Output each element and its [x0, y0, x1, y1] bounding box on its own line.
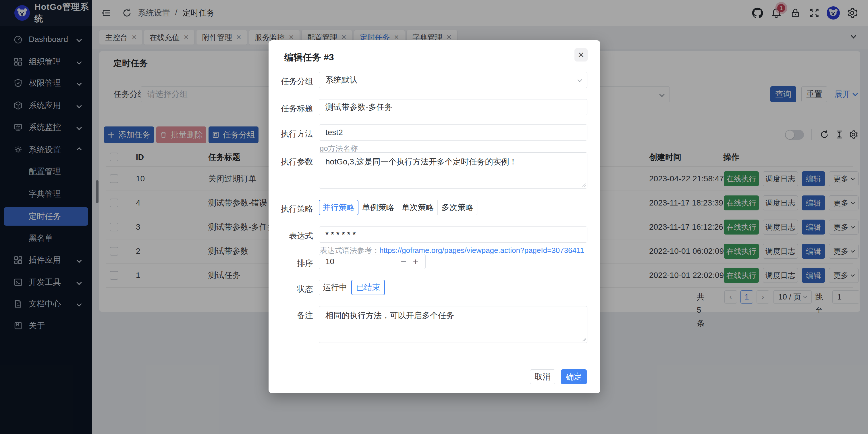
sort-value: 10: [326, 257, 334, 266]
resize-handle-icon[interactable]: [581, 182, 586, 187]
task-title-value: 测试带参数-多任务: [326, 102, 392, 113]
field-label-params: 执行参数: [269, 156, 313, 167]
status-finished-radio[interactable]: 已结束: [351, 280, 385, 295]
field-label-title: 任务标题: [269, 103, 313, 114]
decrement-button[interactable]: −: [401, 254, 406, 269]
chevron-down-icon: [578, 78, 582, 82]
expression-doc-link[interactable]: https://goframe.org/pages/viewpage.actio…: [379, 246, 584, 255]
expression-input[interactable]: ******: [319, 227, 587, 242]
confirm-button[interactable]: 确定: [561, 369, 587, 384]
exec-method-hint: go方法名称: [320, 143, 358, 153]
expression-value: ******: [326, 230, 358, 239]
field-label-remark: 备注: [269, 310, 313, 321]
remark-value: 相同的执行方法，可以开启多个任务: [326, 310, 454, 321]
task-group-select[interactable]: 系统默认: [319, 72, 587, 88]
strategy-multiple-radio[interactable]: 多次策略: [438, 200, 477, 215]
strategy-parallel-radio[interactable]: 并行策略: [319, 200, 359, 215]
edit-task-modal: 编辑任务 #3 ✕ 任务分组 系统默认 任务标题 测试带参数-多任务 执行方法 …: [269, 40, 600, 393]
resize-handle-icon[interactable]: [581, 337, 586, 342]
task-title-input[interactable]: 测试带参数-多任务: [319, 99, 587, 115]
modal-close-button[interactable]: ✕: [575, 48, 588, 61]
strategy-singleton-radio[interactable]: 单例策略: [359, 200, 398, 215]
exec-method-input[interactable]: test2: [319, 124, 587, 141]
status-running-radio[interactable]: 运行中: [319, 280, 351, 295]
increment-button[interactable]: +: [413, 254, 418, 269]
field-label-strategy: 执行策略: [269, 203, 313, 214]
exec-params-textarea[interactable]: hotGo,3,这是同一个执行方法开多个定时任务的实例！: [319, 152, 587, 189]
strategy-radio-group: 并行策略 单例策略 单次策略 多次策略: [319, 200, 477, 215]
modal-title: 编辑任务 #3: [284, 51, 334, 64]
field-label-method: 执行方法: [269, 128, 313, 139]
remark-textarea[interactable]: 相同的执行方法，可以开启多个任务: [319, 306, 587, 343]
field-label-sort: 排序: [269, 258, 313, 269]
exec-params-value: hotGo,3,这是同一个执行方法开多个定时任务的实例！: [326, 156, 517, 168]
strategy-once-radio[interactable]: 单次策略: [398, 200, 438, 215]
expression-hint-label: 表达式语法参考：: [320, 246, 379, 255]
sort-number-input[interactable]: 10 − +: [319, 254, 426, 269]
cancel-button[interactable]: 取消: [530, 369, 555, 384]
field-label-expression: 表达式: [269, 231, 313, 241]
status-radio-group: 运行中 已结束: [319, 280, 385, 295]
field-label-status: 状态: [269, 284, 313, 295]
task-group-value: 系统默认: [326, 75, 358, 85]
exec-method-value: test2: [326, 128, 343, 137]
field-label-group: 任务分组: [269, 76, 313, 87]
